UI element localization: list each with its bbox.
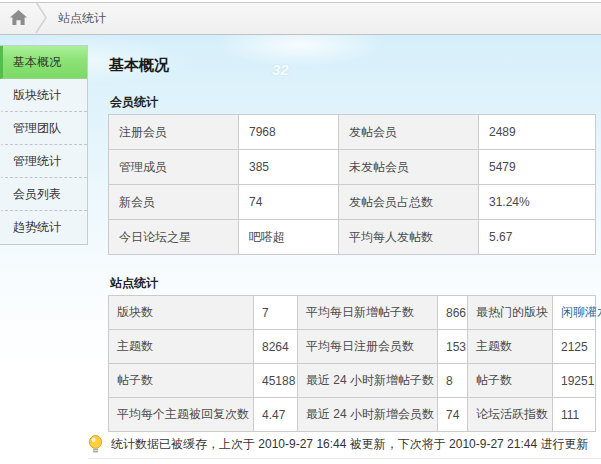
stat-value: 111 — [553, 398, 596, 432]
stat-value: 74 — [239, 185, 339, 220]
table-row: 版块数 7 平均每日新增帖子数 866 最热门的版块 闲聊灌水 — [109, 296, 596, 330]
stat-label: 帖子数 — [109, 364, 254, 398]
stat-label: 发帖会员 — [339, 115, 479, 150]
stat-value: 19251 — [553, 364, 596, 398]
table-row: 注册会员 7968 发帖会员 2489 — [109, 115, 596, 150]
lightbulb-icon — [88, 435, 103, 453]
home-icon — [9, 9, 28, 29]
stat-label: 注册会员 — [109, 115, 239, 150]
stat-value: 866 — [438, 296, 468, 330]
table-row: 主题数 8264 平均每日注册会员数 153 主题数 2125 — [109, 330, 596, 364]
stat-label: 最热门的版块 — [468, 296, 553, 330]
stat-label: 主题数 — [468, 330, 553, 364]
stat-value: 2489 — [479, 115, 596, 150]
stat-value: 7968 — [239, 115, 339, 150]
table-row: 帖子数 45188 最近 24 小时新增帖子数 8 帖子数 19251 — [109, 364, 596, 398]
stat-label: 新会员 — [109, 185, 239, 220]
table-row: 管理成员 385 未发帖会员 5479 — [109, 150, 596, 185]
sidebar-item-forum-stats[interactable]: 版块统计 — [0, 79, 87, 112]
stat-value: 闲聊灌水 — [553, 296, 596, 330]
member-stats-table: 注册会员 7968 发帖会员 2489 管理成员 385 未发帖会员 5479 … — [108, 114, 596, 255]
stat-label: 管理成员 — [109, 150, 239, 185]
member-stats-heading: 会员统计 — [110, 95, 595, 109]
hottest-forum-link[interactable]: 闲聊灌水 — [561, 305, 601, 319]
site-stats-heading: 站点统计 — [110, 276, 595, 290]
stat-value: 8 — [438, 364, 468, 398]
stat-value: 4.47 — [254, 398, 298, 432]
stat-label: 主题数 — [109, 330, 254, 364]
stat-value: 385 — [239, 150, 339, 185]
sidebar-item-basic-overview[interactable]: 基本概况 — [0, 46, 87, 79]
stat-label: 平均每人发帖数 — [339, 220, 479, 255]
breadcrumb: 站点统计 — [0, 2, 601, 35]
stat-value: 5.67 — [479, 220, 596, 255]
stat-label: 平均每个主题被回复次数 — [109, 398, 254, 432]
sidebar: 基本概况 版块统计 管理团队 管理统计 会员列表 趋势统计 — [0, 45, 88, 245]
stat-value: 5479 — [479, 150, 596, 185]
stat-value: 2125 — [553, 330, 596, 364]
sidebar-item-admin-stats[interactable]: 管理统计 — [0, 145, 87, 178]
stat-value: 45188 — [254, 364, 298, 398]
stat-label: 论坛活跃指数 — [468, 398, 553, 432]
chevron-right-icon — [35, 1, 48, 37]
home-button[interactable] — [9, 9, 28, 29]
stat-value: 吧嗒超 — [239, 220, 339, 255]
stat-value: 31.24% — [479, 185, 596, 220]
cache-tip-text: 统计数据已被缓存，上次于 2010-9-27 16:44 被更新，下次将于 20… — [111, 436, 588, 453]
stat-label: 平均每日新增帖子数 — [298, 296, 438, 330]
content-area: 32 基本概况 版块统计 管理团队 管理统计 会员列表 趋势统计 基本概况 会员… — [0, 35, 601, 463]
stat-label: 今日论坛之星 — [109, 220, 239, 255]
stat-label: 未发帖会员 — [339, 150, 479, 185]
stat-label: 版块数 — [109, 296, 254, 330]
divider — [88, 458, 601, 459]
cache-tip: 统计数据已被缓存，上次于 2010-9-27 16:44 被更新，下次将于 20… — [88, 435, 588, 453]
main-panel: 基本概况 会员统计 注册会员 7968 发帖会员 2489 管理成员 385 未… — [108, 45, 595, 432]
stat-label: 最近 24 小时新增会员数 — [298, 398, 438, 432]
table-row: 今日论坛之星 吧嗒超 平均每人发帖数 5.67 — [109, 220, 596, 255]
stat-value: 153 — [438, 330, 468, 364]
stat-label: 帖子数 — [468, 364, 553, 398]
sidebar-item-trend-stats[interactable]: 趋势统计 — [0, 211, 87, 244]
stat-value: 8264 — [254, 330, 298, 364]
stat-value: 7 — [254, 296, 298, 330]
sidebar-item-member-list[interactable]: 会员列表 — [0, 178, 87, 211]
breadcrumb-label: 站点统计 — [58, 10, 106, 27]
table-row: 新会员 74 发帖会员占总数 31.24% — [109, 185, 596, 220]
table-row: 平均每个主题被回复次数 4.47 最近 24 小时新增会员数 74 论坛活跃指数… — [109, 398, 596, 432]
site-stats-table: 版块数 7 平均每日新增帖子数 866 最热门的版块 闲聊灌水 主题数 8264… — [108, 295, 596, 432]
stat-label: 平均每日注册会员数 — [298, 330, 438, 364]
stat-label: 最近 24 小时新增帖子数 — [298, 364, 438, 398]
stat-value: 74 — [438, 398, 468, 432]
sidebar-item-admin-team[interactable]: 管理团队 — [0, 112, 87, 145]
page-title: 基本概况 — [109, 55, 595, 75]
stat-label: 发帖会员占总数 — [339, 185, 479, 220]
